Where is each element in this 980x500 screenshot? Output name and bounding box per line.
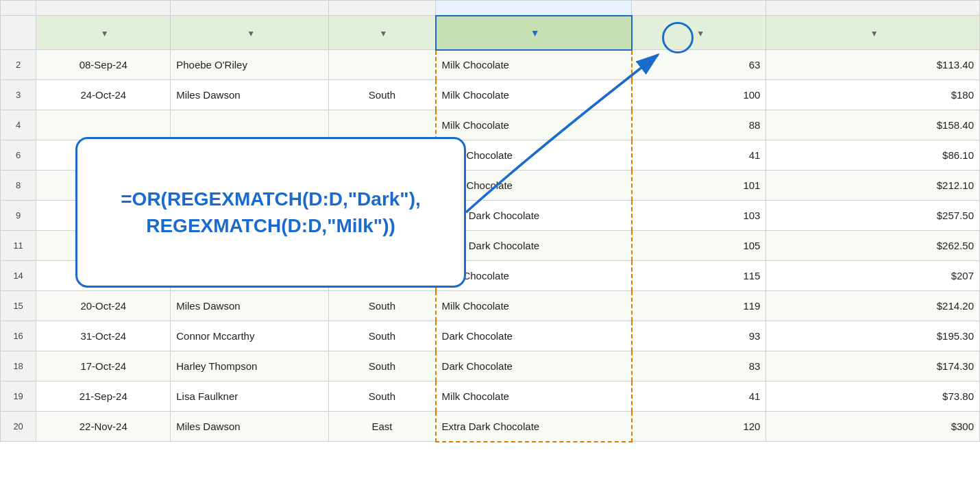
cell-qty-6[interactable]: 41 — [632, 140, 766, 171]
cell-qty-20[interactable]: 120 — [632, 412, 766, 442]
table-row: 4Milk Chocolate88$158.40 — [1, 110, 980, 140]
cell-total-sales-11[interactable]: $262.50 — [766, 231, 980, 261]
cell-product-3[interactable]: Milk Chocolate — [436, 80, 632, 110]
cell-qty-19[interactable]: 41 — [632, 382, 766, 412]
cell-total-sales-3[interactable]: $180 — [766, 80, 980, 110]
cell-date-16[interactable]: 31-Oct-24 — [36, 321, 171, 351]
cell-customer-18[interactable]: Harley Thompson — [171, 351, 329, 382]
cell-product-20[interactable]: Extra Dark Chocolate — [436, 412, 632, 442]
header-row: ▼ ▼ ▼ ▼ ▼ — [1, 16, 980, 50]
row-num-6: 6 — [1, 140, 36, 171]
cell-date-3[interactable]: 24-Oct-24 — [36, 80, 171, 110]
filter-icon-date[interactable]: ▼ — [101, 29, 109, 38]
table-row: 2022-Nov-24Miles DawsonEastExtra Dark Ch… — [1, 412, 980, 442]
cell-region-3[interactable]: South — [329, 80, 436, 110]
formula-text: =OR(REGEXMATCH(D:D,"Dark"), REGEXMATCH(D… — [121, 186, 421, 239]
cell-customer-4[interactable] — [171, 110, 329, 140]
row-num-2: 2 — [1, 50, 36, 80]
cell-date-2[interactable]: 08-Sep-24 — [36, 50, 171, 80]
cell-total-sales-14[interactable]: $207 — [766, 261, 980, 291]
cell-total-sales-15[interactable]: $214.20 — [766, 291, 980, 321]
cell-region-18[interactable]: South — [329, 351, 436, 382]
cell-total-sales-20[interactable]: $300 — [766, 412, 980, 442]
cell-qty-2[interactable]: 63 — [632, 50, 766, 80]
cell-customer-20[interactable]: Miles Dawson — [171, 412, 329, 442]
cell-customer-19[interactable]: Lisa Faulkner — [171, 382, 329, 412]
row-num-8: 8 — [1, 171, 36, 201]
header-product[interactable]: ▼ — [436, 16, 632, 50]
cell-total-sales-4[interactable]: $158.40 — [766, 110, 980, 140]
cell-qty-3[interactable]: 100 — [632, 80, 766, 110]
table-row: 1631-Oct-24Connor MccarthySouthDark Choc… — [1, 321, 980, 351]
row-num-15: 15 — [1, 291, 36, 321]
cell-product-16[interactable]: Dark Chocolate — [436, 321, 632, 351]
col-letter-b — [171, 1, 329, 16]
filter-icon-region[interactable]: ▼ — [380, 29, 388, 38]
header-customer[interactable]: ▼ — [171, 16, 329, 50]
cell-qty-9[interactable]: 103 — [632, 201, 766, 231]
cell-region-16[interactable]: South — [329, 321, 436, 351]
header-qty[interactable]: ▼ — [632, 16, 766, 50]
cell-total-sales-19[interactable]: $73.80 — [766, 382, 980, 412]
row-num-3: 3 — [1, 80, 36, 110]
cell-customer-3[interactable]: Miles Dawson — [171, 80, 329, 110]
row-num-18: 18 — [1, 351, 36, 382]
table-row: 1817-Oct-24Harley ThompsonSouthDark Choc… — [1, 351, 980, 382]
col-letter-e — [632, 1, 766, 16]
col-letter-c — [329, 1, 436, 16]
row-num-19: 19 — [1, 382, 36, 412]
filter-icon-total-sales[interactable]: ▼ — [870, 29, 879, 38]
filter-icon-customer[interactable]: ▼ — [247, 29, 255, 38]
cell-customer-15[interactable]: Miles Dawson — [171, 291, 329, 321]
cell-region-15[interactable]: South — [329, 291, 436, 321]
cell-product-15[interactable]: Milk Chocolate — [436, 291, 632, 321]
cell-customer-16[interactable]: Connor Mccarthy — [171, 321, 329, 351]
cell-date-19[interactable]: 21-Sep-24 — [36, 382, 171, 412]
cell-customer-2[interactable]: Phoebe O'Riley — [171, 50, 329, 80]
cell-total-sales-6[interactable]: $86.10 — [766, 140, 980, 171]
cell-total-sales-9[interactable]: $257.50 — [766, 201, 980, 231]
header-date[interactable]: ▼ — [36, 16, 171, 50]
filter-icon-qty[interactable]: ▼ — [696, 29, 705, 38]
cell-product-19[interactable]: Milk Chocolate — [436, 382, 632, 412]
cell-region-4[interactable] — [329, 110, 436, 140]
cell-qty-4[interactable]: 88 — [632, 110, 766, 140]
cell-date-20[interactable]: 22-Nov-24 — [36, 412, 171, 442]
cell-product-2[interactable]: Milk Chocolate — [436, 50, 632, 80]
cell-date-4[interactable] — [36, 110, 171, 140]
row-num-1 — [1, 16, 36, 50]
cell-qty-11[interactable]: 105 — [632, 231, 766, 261]
cell-total-sales-16[interactable]: $195.30 — [766, 321, 980, 351]
col-letter-a — [36, 1, 171, 16]
formula-callout: =OR(REGEXMATCH(D:D,"Dark"), REGEXMATCH(D… — [75, 137, 466, 288]
cell-total-sales-2[interactable]: $113.40 — [766, 50, 980, 80]
header-total-sales[interactable]: ▼ — [766, 16, 980, 50]
table-row: 324-Oct-24Miles DawsonSouthMilk Chocolat… — [1, 80, 980, 110]
cell-qty-8[interactable]: 101 — [632, 171, 766, 201]
cell-qty-16[interactable]: 93 — [632, 321, 766, 351]
cell-region-19[interactable]: South — [329, 382, 436, 412]
row-num-11: 11 — [1, 231, 36, 261]
cell-qty-18[interactable]: 83 — [632, 351, 766, 382]
table-row: 208-Sep-24Phoebe O'RileyMilk Chocolate63… — [1, 50, 980, 80]
formula-line2: REGEXMATCH(D:D,"Milk")) — [121, 212, 421, 239]
cell-total-sales-18[interactable]: $174.30 — [766, 351, 980, 382]
cell-product-4[interactable]: Milk Chocolate — [436, 110, 632, 140]
row-num-14: 14 — [1, 261, 36, 291]
filter-icon-product[interactable]: ▼ — [530, 27, 540, 38]
cell-qty-15[interactable]: 119 — [632, 291, 766, 321]
cell-region-2[interactable] — [329, 50, 436, 80]
table-row: 1921-Sep-24Lisa FaulknerSouthMilk Chocol… — [1, 382, 980, 412]
col-letter-row — [1, 1, 980, 16]
cell-product-18[interactable]: Dark Chocolate — [436, 351, 632, 382]
row-num-4: 4 — [1, 110, 36, 140]
cell-qty-14[interactable]: 115 — [632, 261, 766, 291]
cell-date-15[interactable]: 20-Oct-24 — [36, 291, 171, 321]
cell-total-sales-8[interactable]: $212.10 — [766, 171, 980, 201]
header-region[interactable]: ▼ — [329, 16, 436, 50]
cell-date-18[interactable]: 17-Oct-24 — [36, 351, 171, 382]
row-num-16: 16 — [1, 321, 36, 351]
formula-line1: =OR(REGEXMATCH(D:D,"Dark"), — [121, 186, 421, 212]
col-letter-f — [766, 1, 980, 16]
cell-region-20[interactable]: East — [329, 412, 436, 442]
